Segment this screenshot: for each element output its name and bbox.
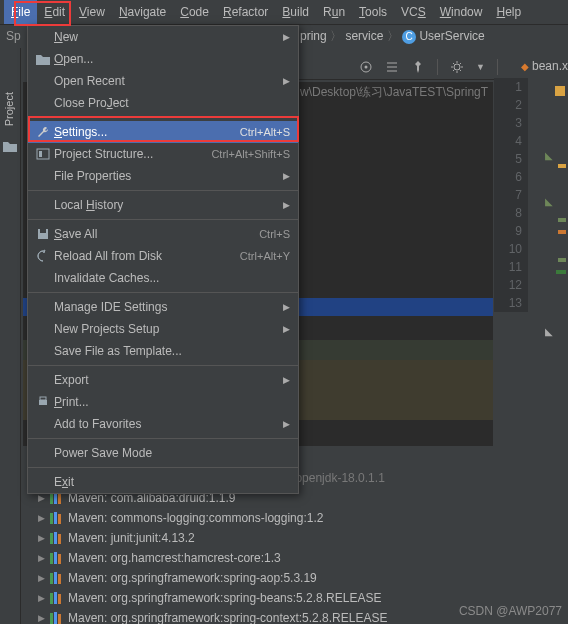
lib-icon — [50, 592, 64, 604]
separator — [497, 59, 498, 75]
line-number: 3 — [494, 114, 528, 132]
menu-item-label: Project Structure... — [54, 147, 211, 161]
list-icon[interactable] — [385, 60, 399, 74]
line-number: 5 — [494, 150, 528, 168]
line-number: 1 — [494, 78, 528, 96]
tree-label: Maven: org.hamcrest:hamcrest-core:1.3 — [68, 551, 281, 565]
project-tool-tab[interactable]: Project — [3, 92, 15, 126]
menu-item-label: Close ProJect — [54, 96, 290, 110]
editor-tab-bean[interactable]: ◆ bean.x — [521, 59, 568, 73]
menu-window[interactable]: Window — [433, 0, 490, 24]
folder-icon — [3, 140, 17, 152]
menu-item-save-file-as-template[interactable]: Save File as Template... — [28, 340, 298, 362]
shortcut-text: Ctrl+Alt+S — [240, 126, 290, 138]
menu-item-file-properties[interactable]: File Properties▶ — [28, 165, 298, 187]
ok-marker[interactable] — [558, 218, 566, 222]
menu-item-export[interactable]: Export▶ — [28, 369, 298, 391]
menu-item-project-structure[interactable]: Project Structure...Ctrl+Alt+Shift+S — [28, 143, 298, 165]
menu-refactor[interactable]: Refactor — [216, 0, 275, 24]
tree-row[interactable]: ▶Maven: org.springframework:spring-beans… — [22, 588, 508, 608]
ok-marker[interactable] — [556, 270, 566, 274]
menu-navigate[interactable]: Navigate — [112, 0, 173, 24]
tree-row[interactable]: ▶Maven: org.springframework:spring-aop:5… — [22, 568, 508, 588]
shortcut-text: Ctrl+Alt+Y — [240, 250, 290, 262]
svg-rect-4 — [39, 151, 42, 157]
svg-rect-28 — [54, 592, 57, 604]
menu-item-label: Add to Favorites — [54, 417, 277, 431]
svg-rect-26 — [58, 574, 61, 584]
menu-run[interactable]: Run — [316, 0, 352, 24]
menu-item-open[interactable]: Open... — [28, 48, 298, 70]
menu-build[interactable]: Build — [275, 0, 316, 24]
menu-item-reload-all-from-disk[interactable]: Reload All from DiskCtrl+Alt+Y — [28, 245, 298, 267]
menu-item-power-save-mode[interactable]: Power Save Mode — [28, 442, 298, 464]
menu-view[interactable]: View — [72, 0, 112, 24]
menu-item-new-projects-setup[interactable]: New Projects Setup▶ — [28, 318, 298, 340]
gear-icon[interactable] — [450, 60, 464, 74]
menu-item-label: Save File as Template... — [54, 344, 290, 358]
menu-item-open-recent[interactable]: Open Recent▶ — [28, 70, 298, 92]
svg-rect-21 — [50, 553, 53, 564]
menu-help[interactable]: Help — [489, 0, 528, 24]
svg-point-2 — [454, 64, 460, 70]
warning-marker[interactable] — [558, 230, 566, 234]
line-number: 4 — [494, 132, 528, 150]
editor-toolbar: ▼ — [295, 55, 506, 80]
tree-row[interactable]: ▶Maven: org.springframework:spring-conte… — [22, 608, 508, 624]
menu-item-label: Invalidate Caches... — [54, 271, 290, 285]
svg-rect-32 — [58, 614, 61, 624]
lib-icon — [50, 552, 64, 564]
tree-row[interactable]: ▶Maven: commons-logging:commons-logging:… — [22, 508, 508, 528]
svg-point-1 — [365, 66, 368, 69]
target-icon[interactable] — [359, 60, 373, 74]
gutter-marker-icon[interactable]: ◣ — [545, 150, 553, 161]
line-number: 12 — [494, 276, 528, 294]
tree-row[interactable]: ▶Maven: org.hamcrest:hamcrest-core:1.3 — [22, 548, 508, 568]
pin-icon[interactable] — [411, 60, 425, 74]
menu-item-exit[interactable]: Exit — [28, 471, 298, 493]
menu-item-manage-ide-settings[interactable]: Manage IDE Settings▶ — [28, 296, 298, 318]
ok-marker[interactable] — [558, 258, 566, 262]
chevron-down-icon[interactable]: ▼ — [476, 62, 485, 72]
gutter-marker-icon[interactable]: ◣ — [545, 196, 553, 207]
submenu-arrow-icon: ▶ — [283, 419, 290, 429]
tree-label: Maven: junit:junit:4.13.2 — [68, 531, 195, 545]
menu-item-print[interactable]: Print... — [28, 391, 298, 413]
menu-vcs[interactable]: VCS — [394, 0, 433, 24]
warning-marker[interactable] — [558, 164, 566, 168]
menu-item-label: Settings... — [54, 125, 240, 139]
menu-edit[interactable]: Edit — [37, 0, 72, 24]
menu-item-new[interactable]: New▶ — [28, 26, 298, 48]
tree-label: Maven: org.springframework:spring-contex… — [68, 611, 387, 624]
submenu-arrow-icon: ▶ — [283, 375, 290, 385]
line-number-gutter: 1 2 3 4 5 6 7 8 9 10 11 12 13 — [494, 78, 528, 312]
submenu-arrow-icon: ▶ — [283, 171, 290, 181]
menu-item-label: File Properties — [54, 169, 277, 183]
breadcrumb-path[interactable]: pring 〉 service 〉 C UserService — [300, 28, 485, 45]
svg-rect-23 — [58, 554, 61, 564]
svg-rect-15 — [50, 513, 53, 524]
menu-item-add-to-favorites[interactable]: Add to Favorites▶ — [28, 413, 298, 435]
tree-row[interactable]: ▶Maven: junit:junit:4.13.2 — [22, 528, 508, 548]
inspection-badge[interactable] — [555, 86, 565, 96]
line-number: 13 — [494, 294, 528, 312]
menu-item-invalidate-caches[interactable]: Invalidate Caches... — [28, 267, 298, 289]
submenu-arrow-icon: ▶ — [283, 32, 290, 42]
svg-rect-12 — [50, 493, 53, 504]
project-name-fragment: Sp — [6, 29, 21, 43]
menu-code[interactable]: Code — [173, 0, 216, 24]
shortcut-text: Ctrl+S — [259, 228, 290, 240]
reload-icon — [36, 249, 54, 263]
chevron-right-icon: ▶ — [38, 613, 48, 623]
menu-item-save-all[interactable]: Save AllCtrl+S — [28, 223, 298, 245]
menu-item-label: Export — [54, 373, 277, 387]
gutter-marker-icon[interactable]: ◣ — [545, 326, 553, 337]
lib-icon — [50, 612, 64, 624]
menu-item-settings[interactable]: Settings...Ctrl+Alt+S — [28, 121, 298, 143]
menu-item-label: Print... — [54, 395, 290, 409]
menu-tools[interactable]: Tools — [352, 0, 394, 24]
separator — [437, 59, 438, 75]
menu-item-local-history[interactable]: Local History▶ — [28, 194, 298, 216]
menu-item-close-project[interactable]: Close ProJect — [28, 92, 298, 114]
menu-file[interactable]: File — [4, 0, 37, 24]
